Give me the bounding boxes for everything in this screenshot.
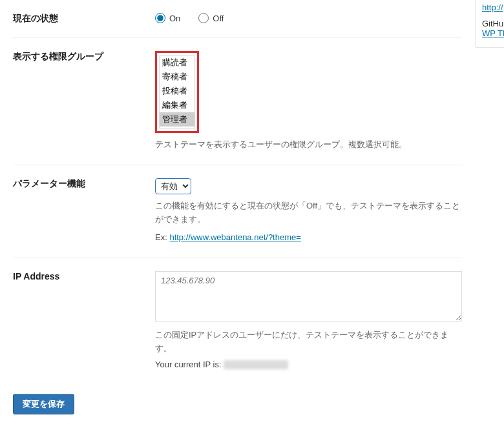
current-ip-label: Your current IP is: xyxy=(155,360,224,369)
label-status: 現在の状態 xyxy=(13,0,142,38)
radio-on[interactable] xyxy=(155,13,165,23)
sidebar-github-link[interactable]: WP Th xyxy=(482,28,504,38)
groups-listbox-highlight: 購読者寄稿者投稿者編集者管理者 xyxy=(155,51,199,133)
label-param: パラメーター機能 xyxy=(13,165,142,258)
ip-desc: この固定IPアドレスのユーザーにだけ、テストテーマを表示することができます。 xyxy=(155,329,462,356)
status-radio-group: On Off xyxy=(155,13,462,23)
current-ip-blurred xyxy=(224,360,288,369)
row-ip: IP Address この固定IPアドレスのユーザーにだけ、テストテーマを表示す… xyxy=(13,258,462,383)
ip-textarea[interactable] xyxy=(155,271,462,321)
groups-option[interactable]: 管理者 xyxy=(160,112,194,127)
current-ip-line: Your current IP is: xyxy=(155,360,462,370)
label-ip: IP Address xyxy=(13,258,142,383)
settings-form-table: 現在の状態 On Off 表示する権限グループ 購読 xyxy=(13,0,462,382)
param-select[interactable]: 有効 xyxy=(156,179,191,194)
param-desc: この機能を有効にすると現在の状態が「Off」でも、テストテーマを表示することがで… xyxy=(155,199,462,227)
sidebar-github-label: GitHu xyxy=(482,19,504,28)
radio-off-label: Off xyxy=(213,14,224,23)
groups-option[interactable]: 投稿者 xyxy=(160,84,194,98)
submit-row: 変更を保存 xyxy=(13,394,462,414)
radio-on-label: On xyxy=(169,14,180,23)
param-ex-prefix: Ex: xyxy=(155,232,169,242)
param-ex-link[interactable]: http://www.webantena.net/?theme= xyxy=(169,232,300,242)
radio-off[interactable] xyxy=(198,13,209,23)
param-example: Ex: http://www.webantena.net/?theme= xyxy=(155,231,462,245)
radio-on-wrap[interactable]: On xyxy=(155,13,180,23)
param-select-wrap: 有効 xyxy=(155,178,191,194)
sidebar-top-link[interactable]: http:// xyxy=(482,3,503,12)
groups-desc: テストテーマを表示するユーザーの権限グループ。複数選択可能。 xyxy=(155,138,462,152)
row-param: パラメーター機能 有効 この機能を有効にすると現在の状態が「Off」でも、テスト… xyxy=(13,165,462,258)
groups-option[interactable]: 編集者 xyxy=(160,98,194,112)
groups-listbox[interactable]: 購読者寄稿者投稿者編集者管理者 xyxy=(159,55,195,129)
radio-off-wrap[interactable]: Off xyxy=(198,13,224,23)
sidebar: http:// GitHu WP Th xyxy=(475,0,504,48)
row-status: 現在の状態 On Off xyxy=(13,0,462,38)
save-button[interactable]: 変更を保存 xyxy=(13,394,74,414)
groups-option[interactable]: 寄稿者 xyxy=(160,70,194,84)
row-groups: 表示する権限グループ 購読者寄稿者投稿者編集者管理者 テストテーマを表示するユー… xyxy=(13,38,462,165)
label-groups: 表示する権限グループ xyxy=(13,38,142,165)
groups-option[interactable]: 購読者 xyxy=(160,56,194,70)
